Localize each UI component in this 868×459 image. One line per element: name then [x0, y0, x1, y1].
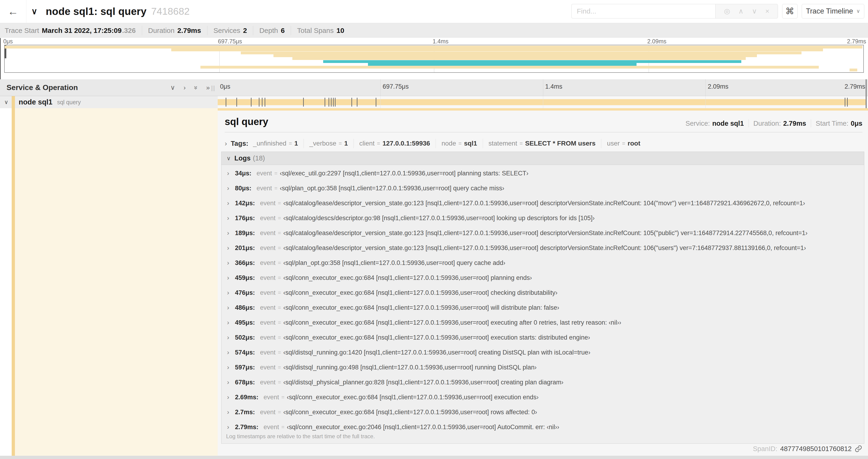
tag-item[interactable]: user=root: [601, 139, 646, 148]
equals-sign: =: [278, 334, 281, 341]
chevron-right-icon[interactable]: ›: [227, 379, 235, 386]
ruler-tick-label: 1.4ms: [545, 83, 563, 90]
log-entry-row[interactable]: ›176μs:event=‹sql/catalog/descs/descript…: [221, 210, 864, 226]
minimap-span-bar: [849, 69, 857, 71]
back-button[interactable]: ←: [0, 0, 26, 23]
keyboard-shortcuts-button[interactable]: ⌘: [782, 4, 798, 19]
minimap-span-bar: [241, 52, 802, 54]
log-entry-row[interactable]: ›201μs:event=‹sql/catalog/lease/descript…: [221, 240, 864, 255]
span-collapse-chevron-icon[interactable]: ∨: [4, 96, 8, 108]
log-timestamp: 574μs:: [235, 349, 255, 356]
timeline-right-edge-handle[interactable]: [866, 79, 867, 108]
page-title: node sql1: sql query 7418682: [46, 0, 190, 23]
chevron-right-icon[interactable]: ›: [227, 199, 235, 207]
log-entry-row[interactable]: ›80μs:event=‹sql/plan_opt.go:358 [nsql1,…: [221, 181, 864, 196]
log-entry-row[interactable]: ›366μs:event=‹sql/plan_opt.go:358 [nsql1…: [221, 255, 864, 270]
log-marker-tick: [303, 98, 304, 107]
tag-item[interactable]: _unfinished=1: [253, 139, 304, 148]
locate-icon[interactable]: ◎: [724, 8, 730, 15]
log-entry-row[interactable]: ›2.69ms:event=‹sql/conn_executor_exec.go…: [221, 390, 864, 405]
minimap-tick-label: 0μs: [3, 38, 13, 45]
log-marker-tick: [847, 98, 848, 107]
tag-item[interactable]: node=sql1: [436, 139, 483, 148]
trace-collapse-chevron-icon[interactable]: ∨: [31, 0, 37, 23]
tag-item[interactable]: statement=SELECT * FROM users: [483, 139, 601, 148]
log-entry-row[interactable]: ›486μs:event=‹sql/conn_executor_exec.go:…: [221, 300, 864, 315]
chevron-right-icon[interactable]: ›: [227, 259, 235, 267]
chevron-right-icon[interactable]: ›: [227, 289, 235, 296]
chevron-right-icon[interactable]: ›: [227, 364, 235, 371]
span-row[interactable]: ∨ node sql1 sql query: [0, 96, 868, 108]
divider: [748, 120, 749, 127]
top-nav: ← ∨ node sql1: sql query 7418682 ◎∧∨× ⌘ …: [0, 0, 868, 23]
logs-accordion-header[interactable]: ∨ Logs (18): [221, 152, 864, 165]
log-entry-row[interactable]: ›495μs:event=‹sql/conn_executor_exec.go:…: [221, 315, 864, 330]
duration-label: Duration:: [753, 120, 781, 127]
log-entry-row[interactable]: ›678μs:event=‹sql/distsql_physical_plann…: [221, 375, 864, 390]
view-selector-button[interactable]: Trace Timeline ∨: [802, 4, 864, 19]
span-id-label: SpanID:: [753, 445, 777, 453]
log-field-name: event: [260, 319, 276, 326]
chevron-right-icon[interactable]: ›: [227, 408, 235, 416]
deep-link-icon[interactable]: [855, 445, 862, 453]
prev-match-icon[interactable]: ∧: [739, 8, 744, 15]
minimap-span-bar: [292, 57, 746, 60]
log-event-value: ‹sql/conn_executor_exec.go:684 [nsql1,cl…: [283, 334, 590, 341]
log-event-value: ‹sql/conn_executor_exec.go:684 [nsql1,cl…: [287, 394, 538, 401]
start-time-label: Start Time:: [816, 120, 848, 127]
equals-sign: =: [339, 140, 342, 147]
log-entry-row[interactable]: ›476μs:event=‹sql/conn_executor_exec.go:…: [221, 285, 864, 300]
chevron-right-icon[interactable]: ›: [227, 229, 235, 237]
log-entry-row[interactable]: ›2.7ms:event=‹sql/conn_executor_exec.go:…: [221, 405, 864, 420]
tag-value: SELECT * FROM users: [525, 140, 595, 147]
log-entry-row[interactable]: ›142μs:event=‹sql/catalog/lease/descript…: [221, 196, 864, 210]
minimap-tick-label: 2.09ms: [647, 38, 666, 45]
log-entry-row[interactable]: ›189μs:event=‹sql/catalog/lease/descript…: [221, 226, 864, 240]
chevron-right-icon[interactable]: ›: [227, 423, 235, 431]
log-entry-row[interactable]: ›502μs:event=‹sql/conn_executor_exec.go:…: [221, 330, 864, 345]
tag-value: root: [628, 140, 640, 147]
chevron-right-icon[interactable]: ›: [227, 393, 235, 401]
chevron-right-icon[interactable]: ›: [227, 319, 235, 326]
collapse-one-icon[interactable]: ∨: [170, 84, 175, 91]
span-row-name-cell[interactable]: ∨ node sql1 sql query: [0, 96, 218, 108]
tag-item[interactable]: _verbose=1: [304, 139, 353, 148]
start-time-value: 0μs: [851, 120, 862, 127]
chevron-right-icon[interactable]: ›: [227, 214, 235, 222]
chevron-right-icon[interactable]: ›: [227, 349, 235, 356]
minimap-tick-labels: 0μs697.75μs1.4ms2.09ms2.79ms: [0, 38, 868, 44]
log-timestamp: 2.7ms:: [235, 408, 255, 416]
expand-one-icon[interactable]: ›: [184, 84, 186, 91]
tag-item[interactable]: client=127.0.0.1:59936: [353, 139, 436, 148]
clear-search-icon[interactable]: ×: [765, 8, 770, 15]
chevron-right-icon[interactable]: ›: [227, 185, 235, 192]
chevron-right-icon[interactable]: ›: [227, 334, 235, 341]
column-resize-grip[interactable]: ||: [211, 85, 215, 92]
chevron-right-icon[interactable]: ›: [227, 304, 235, 312]
chevron-right-icon[interactable]: ›: [227, 244, 235, 252]
find-button-group: ◎∧∨×: [715, 4, 778, 19]
total-spans-value: 10: [337, 27, 344, 35]
span-color-stripe: [12, 108, 15, 456]
span-service-name: node sql1 sql query: [19, 96, 81, 108]
log-entry-row[interactable]: ›597μs:event=‹sql/distsql_running.go:498…: [221, 360, 864, 375]
equals-sign: =: [622, 140, 625, 147]
log-entry-row[interactable]: ›574μs:event=‹sql/distsql_running.go:142…: [221, 345, 864, 360]
span-detail-title: sql query: [225, 116, 268, 127]
bottom-scrollbar-strip[interactable]: [0, 456, 868, 459]
collapse-all-icon[interactable]: »: [192, 86, 200, 90]
logs-accordion: ∨ Logs (18) ›34μs:event=‹sql/exec_util.g…: [221, 152, 864, 444]
span-row-timeline-cell[interactable]: [218, 96, 868, 108]
span-duration-bar[interactable]: [218, 99, 867, 105]
find-input[interactable]: [571, 4, 716, 19]
log-entry-row[interactable]: ›2.79ms:event=‹sql/conn_executor_exec.go…: [221, 420, 864, 434]
trace-minimap[interactable]: [4, 45, 864, 73]
minimap-span-bar: [368, 63, 637, 66]
log-entry-row[interactable]: ›34μs:event=‹sql/exec_util.go:2297 [nsql…: [221, 166, 864, 181]
log-entry-row[interactable]: ›459μs:event=‹sql/conn_executor_exec.go:…: [221, 270, 864, 285]
chevron-right-icon[interactable]: ›: [227, 274, 235, 282]
next-match-icon[interactable]: ∨: [752, 8, 757, 15]
chevron-right-icon[interactable]: ›: [227, 170, 235, 177]
expand-all-icon[interactable]: »: [206, 84, 210, 91]
tags-accordion[interactable]: › Tags: _unfinished=1_verbose=1client=12…: [225, 138, 862, 149]
